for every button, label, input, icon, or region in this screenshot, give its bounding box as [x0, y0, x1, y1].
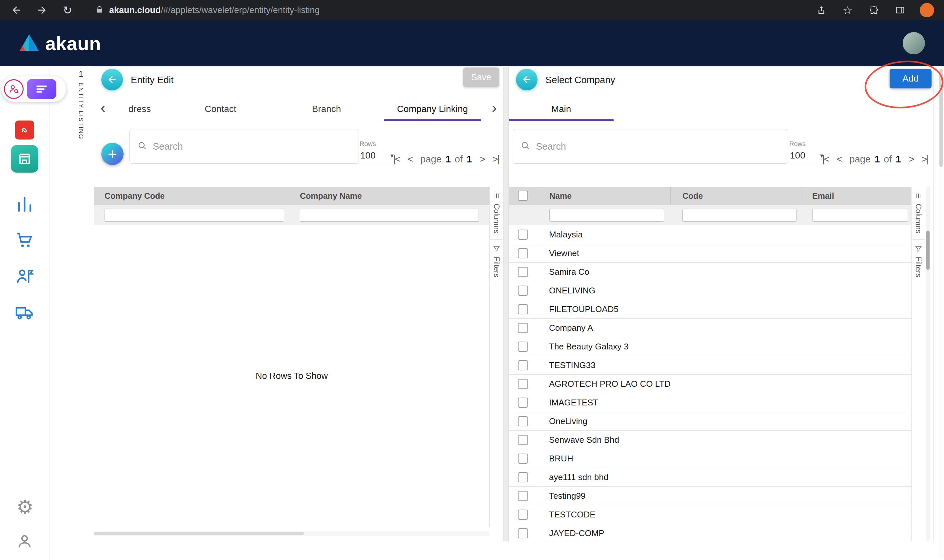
tab-company-linking[interactable]: Company Linking: [379, 97, 486, 121]
company-row[interactable]: aye111 sdn bhd: [509, 468, 911, 487]
company-row[interactable]: TESTING33: [509, 356, 911, 375]
rows-per-page-select[interactable]: Rows 100 ▾: [359, 140, 394, 163]
tab-address[interactable]: dress: [112, 97, 168, 121]
company-row[interactable]: TESTCODE: [509, 505, 911, 524]
vertical-scroll-thumb[interactable]: [926, 231, 930, 270]
pdf-icon[interactable]: [15, 120, 34, 140]
operations-person-icon[interactable]: [15, 266, 34, 286]
row-checkbox[interactable]: [518, 379, 528, 389]
active-applet-pill[interactable]: [1, 76, 66, 102]
cart-icon[interactable]: [15, 230, 34, 250]
company-row[interactable]: FILETOUPLOAD5: [509, 300, 911, 318]
row-checkbox[interactable]: [518, 342, 528, 352]
filter-company-name-input[interactable]: [300, 209, 479, 222]
columns-tool[interactable]: Columns: [912, 187, 925, 240]
user-avatar[interactable]: [903, 32, 925, 54]
profile-person-icon[interactable]: [16, 532, 34, 550]
row-checkbox[interactable]: [518, 472, 528, 482]
row-checkbox[interactable]: [518, 304, 528, 314]
row-checkbox[interactable]: [518, 248, 528, 258]
save-button[interactable]: Save: [463, 68, 499, 87]
applet-menu-icon[interactable]: [27, 79, 56, 99]
vertical-scrollbar[interactable]: [925, 187, 930, 541]
search-input[interactable]: [152, 141, 352, 152]
back-button[interactable]: [516, 69, 538, 91]
company-row[interactable]: ONELIVING: [509, 281, 911, 300]
filters-tool[interactable]: Filters: [912, 240, 925, 284]
tab-main[interactable]: Main: [509, 97, 614, 121]
truck-icon[interactable]: [15, 303, 34, 323]
row-checkbox[interactable]: [518, 509, 528, 520]
tabs-scroll-left-icon[interactable]: ‹: [94, 97, 112, 121]
first-page-icon[interactable]: |<: [822, 154, 828, 165]
pos-storefront-icon[interactable]: [11, 145, 39, 172]
company-row[interactable]: BRUH: [509, 449, 911, 468]
akaun-logo[interactable]: akaun: [19, 32, 101, 54]
row-checkbox[interactable]: [518, 398, 528, 408]
columns-tool[interactable]: Columns: [490, 187, 503, 240]
filters-tool[interactable]: Filters: [490, 240, 503, 284]
share-icon[interactable]: [815, 4, 828, 17]
row-checkbox[interactable]: [518, 454, 528, 464]
page-scrollbar[interactable]: [939, 68, 943, 559]
select-all-checkbox[interactable]: [518, 191, 528, 201]
back-button[interactable]: [101, 69, 123, 91]
filter-name-input[interactable]: [549, 209, 664, 222]
row-checkbox[interactable]: [518, 435, 528, 445]
filter-company-code-input[interactable]: [105, 209, 284, 222]
row-checkbox[interactable]: [518, 323, 528, 333]
company-row[interactable]: AGROTECH PRO LAO CO LTD: [509, 375, 911, 393]
tab-contact[interactable]: Contact: [168, 97, 273, 121]
company-row[interactable]: Testing99: [509, 487, 911, 505]
first-page-icon[interactable]: |<: [393, 154, 400, 165]
browser-forward-icon[interactable]: [35, 4, 48, 17]
record-tab-entity-listing[interactable]: 1 ENTITY LISTING: [77, 69, 85, 140]
company-row[interactable]: Malaysia: [509, 225, 911, 244]
company-row[interactable]: JAYED-COMP: [509, 524, 911, 542]
company-row[interactable]: Samira Co: [509, 263, 911, 281]
browser-profile-avatar[interactable]: [920, 3, 934, 17]
company-row[interactable]: Company A: [509, 318, 911, 337]
page-scroll-thumb[interactable]: [939, 69, 943, 167]
extensions-puzzle-icon[interactable]: [867, 4, 881, 17]
search-input[interactable]: [535, 141, 780, 152]
company-linking-search[interactable]: [130, 129, 359, 164]
bookmark-star-icon[interactable]: ☆: [841, 4, 854, 17]
next-page-icon[interactable]: >: [909, 154, 914, 165]
horizontal-scroll-thumb[interactable]: [94, 532, 304, 535]
browser-back-icon[interactable]: [10, 4, 23, 17]
company-row[interactable]: Senwave Sdn Bhd: [509, 431, 911, 449]
address-bar[interactable]: akaun.cloud/#/applets/wavelet/erp/entity…: [95, 5, 802, 15]
last-page-icon[interactable]: >|: [493, 154, 499, 165]
company-row[interactable]: Viewnet: [509, 244, 911, 263]
rows-per-page-select[interactable]: Rows 100 ▾: [789, 140, 824, 163]
add-link-button[interactable]: +: [101, 143, 123, 165]
company-name-cell: ONELIVING: [549, 286, 595, 296]
row-checkbox[interactable]: [518, 416, 528, 426]
tabs-scroll-right-icon[interactable]: ›: [486, 97, 503, 121]
row-checkbox[interactable]: [518, 229, 528, 240]
entity-search-icon[interactable]: [4, 79, 23, 99]
last-page-icon[interactable]: >|: [922, 154, 928, 165]
prev-page-icon[interactable]: <: [408, 154, 413, 165]
company-search[interactable]: [513, 129, 788, 164]
row-checkbox[interactable]: [518, 360, 528, 371]
row-checkbox[interactable]: [518, 286, 528, 296]
company-row[interactable]: IMAGETEST: [509, 393, 911, 412]
side-panel-icon[interactable]: [893, 4, 907, 17]
browser-reload-icon[interactable]: ↻: [61, 4, 74, 17]
row-checkbox[interactable]: [518, 528, 528, 538]
filter-email-input[interactable]: [812, 209, 908, 222]
tab-branch[interactable]: Branch: [273, 97, 379, 121]
settings-gear-icon[interactable]: ⚙: [13, 495, 37, 519]
company-row[interactable]: The Beauty Galaxy 3: [509, 337, 911, 356]
horizontal-scrollbar[interactable]: [94, 531, 489, 536]
company-row[interactable]: OneLiving: [509, 412, 911, 431]
row-checkbox[interactable]: [518, 267, 528, 277]
row-checkbox[interactable]: [518, 491, 528, 501]
analytics-icon[interactable]: [15, 194, 34, 214]
next-page-icon[interactable]: >: [480, 154, 485, 165]
filter-code-input[interactable]: [682, 209, 796, 222]
add-button[interactable]: Add: [890, 69, 932, 88]
prev-page-icon[interactable]: <: [837, 154, 842, 165]
